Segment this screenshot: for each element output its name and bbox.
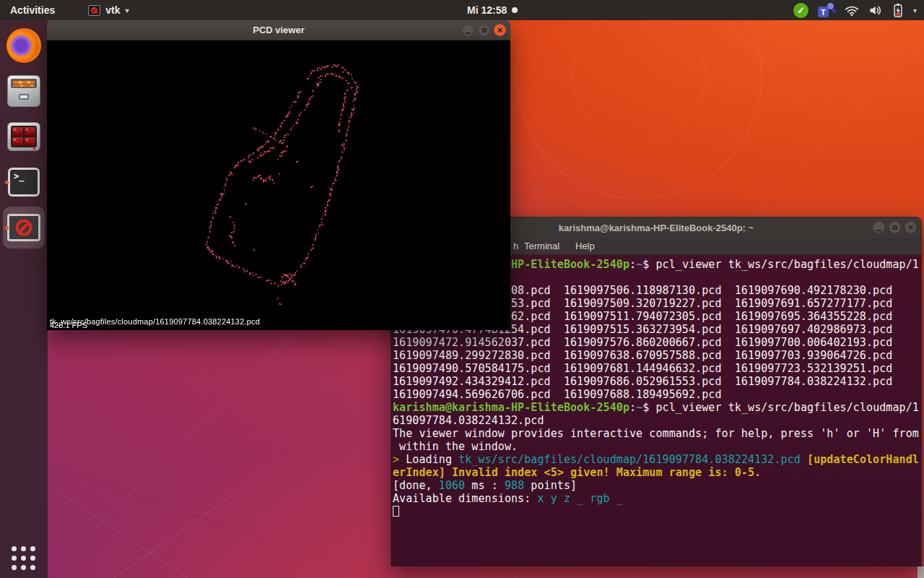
terminal-line: The viewer window provides interactive c… <box>393 427 921 440</box>
file-cabinet-icon <box>7 75 40 107</box>
terminal-line: within the window. <box>393 440 921 453</box>
top-bar: Activities vtk ▾ Mi 12:58 ✓ T <box>0 0 924 20</box>
media-indicator-dot <box>512 7 518 13</box>
wifi-icon[interactable] <box>845 4 859 17</box>
dock-item-pcd-viewer[interactable] <box>3 207 45 249</box>
activities-button[interactable]: Activities <box>10 4 55 16</box>
teams-icon[interactable]: T <box>818 2 835 18</box>
terminal-line: Available dimensions: x y z _ rgb _ <box>393 492 921 505</box>
close-button[interactable]: × <box>905 221 917 233</box>
messaging-check-icon[interactable]: ✓ <box>793 3 808 18</box>
maximize-button[interactable] <box>889 221 901 233</box>
running-indicator-dot <box>5 181 9 184</box>
terminal-icon: >_ <box>8 168 40 197</box>
system-status-area[interactable]: ✓ T <box>793 0 917 20</box>
terminal-line: [done, 1060 ms : 988 points] <box>393 479 921 492</box>
terminal-line: 1619097492.434329412.pcd 1619097686.0529… <box>393 375 921 388</box>
pcd-viewport[interactable]: tk_ws/src/bagfiles/cloudmap/1619097784.0… <box>47 40 510 330</box>
terminal-line: 1619097489.299272830.pcd 1619097638.6709… <box>393 349 921 362</box>
dock-item-files[interactable] <box>3 70 45 112</box>
menu-item-terminal[interactable]: Terminal <box>524 241 559 251</box>
point-cloud-canvas[interactable] <box>47 40 510 330</box>
chevron-down-icon: ▾ <box>125 7 128 14</box>
terminal-cursor <box>393 506 399 517</box>
terminal-line: karishma@karishma-HP-EliteBook-2540p:~$ … <box>393 401 921 414</box>
show-applications-button[interactable] <box>12 546 36 571</box>
pcd-title: PCD viewer <box>253 25 305 35</box>
terminator-icon: >_>_ >_>_ <box>7 122 40 151</box>
running-indicator-dot <box>5 226 9 230</box>
firefox-icon <box>6 28 41 63</box>
vtk-app-icon <box>88 5 100 16</box>
terminal-line: 1619097490.570584175.pcd 1619097681.1449… <box>393 362 921 375</box>
terminal-line: 619097784.038224132.pcd <box>393 414 921 427</box>
blocked-app-icon <box>7 214 40 241</box>
dock-item-terminal[interactable]: >_ <box>3 161 45 203</box>
terminal-line: 1619097494.569626706.pcd 1619097688.1894… <box>393 388 921 401</box>
terminal-cursor-line <box>393 505 921 518</box>
app-menu[interactable]: vtk ▾ <box>88 4 128 16</box>
close-button[interactable]: × <box>494 24 506 36</box>
dock-item-firefox[interactable] <box>3 25 45 66</box>
dock: >_>_ >_>_ >_ <box>0 20 48 578</box>
app-menu-label: vtk <box>105 4 120 16</box>
menu-item-search-partial[interactable]: h <box>513 241 518 251</box>
scrollbar-fragment <box>918 566 924 578</box>
volume-icon[interactable] <box>868 4 883 17</box>
minimize-button[interactable] <box>462 24 474 36</box>
pcd-titlebar[interactable]: PCD viewer × <box>47 20 510 40</box>
dock-item-terminator[interactable]: >_>_ >_>_ <box>3 116 45 158</box>
terminal-line: > Loading tk_ws/src/bagfiles/cloudmap/16… <box>393 453 921 466</box>
minimize-button[interactable] <box>873 221 885 233</box>
clock-label: Mi 12:58 <box>467 4 507 16</box>
fps-overlay: 428.1 FPS <box>50 321 87 329</box>
terminal-title: karishma@karishma-HP-EliteBook-2540p: ~ <box>559 223 754 233</box>
battery-charging-icon[interactable] <box>892 3 904 18</box>
menu-item-help[interactable]: Help <box>575 241 595 251</box>
pcd-viewer-window: PCD viewer × tk_ws/src/bagfiles/cloudmap… <box>47 20 510 330</box>
system-menu-chevron-icon[interactable]: ▾ <box>913 7 917 14</box>
clock-menu[interactable]: Mi 12:58 <box>467 0 518 20</box>
terminal-line: 1619097472.914562037.pcd 1619097576.8602… <box>393 336 921 349</box>
maximize-button[interactable] <box>478 24 490 36</box>
terminal-line: erIndex] Invalid index <5> given! Maximu… <box>393 466 921 479</box>
